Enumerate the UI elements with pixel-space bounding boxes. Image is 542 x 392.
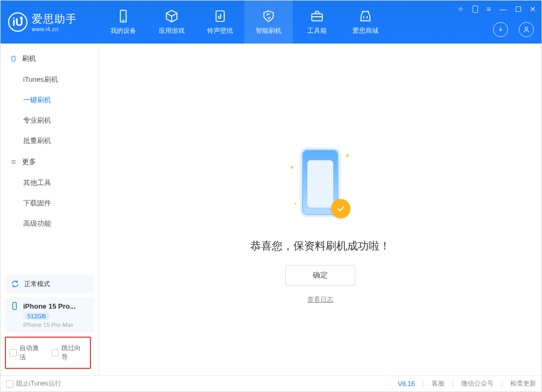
device-name: iPhone 15 Pro...	[23, 302, 76, 310]
user-controls	[493, 22, 534, 37]
sidebar-item-download[interactable]: 下载固件	[1, 193, 98, 213]
tab-label: 爱思商城	[353, 26, 378, 35]
wechat-link[interactable]: 微信公众号	[461, 379, 494, 388]
sidebar-item-other[interactable]: 其他工具	[1, 173, 98, 193]
sidebar-group-flash[interactable]: 刷机	[1, 48, 98, 69]
ok-button[interactable]: 确定	[285, 265, 355, 286]
download-icon	[497, 26, 504, 33]
menu-icon[interactable]: ≡	[487, 5, 491, 13]
main-content: ✦ ✦ ✦ 恭喜您，保资料刷机成功啦！ 确定 查看日志	[99, 44, 541, 375]
briefcase-icon	[310, 9, 324, 23]
feedback-icon[interactable]: ✧	[457, 5, 464, 13]
sidebar-item-batch[interactable]: 批量刷机	[1, 131, 98, 151]
status-bar: 阻止iTunes运行 V8.16 | 客服 | 微信公众号 | 检查更新	[1, 375, 541, 391]
sidebar-group-more[interactable]: 更多	[1, 151, 98, 173]
checkbox-block-itunes[interactable]	[6, 380, 13, 388]
app-header: iU 爱思助手 www.i4.cn 我的设备 应用游戏 铃声壁纸 智能刷机 工具…	[1, 1, 541, 44]
tab-apps-games[interactable]: 应用游戏	[147, 1, 196, 44]
shop-icon	[358, 9, 372, 23]
maximize-icon[interactable]	[516, 6, 521, 12]
tab-label: 智能刷机	[256, 26, 281, 35]
logo-icon: iU	[8, 12, 27, 32]
tab-store[interactable]: 爱思商城	[341, 1, 390, 44]
body-area: 刷机 iTunes刷机 一键刷机 专业刷机 批量刷机 更多 其他工具 下载固件 …	[1, 44, 541, 375]
success-illustration: ✦ ✦ ✦	[288, 147, 353, 223]
tab-smart-flash[interactable]: 智能刷机	[244, 1, 293, 44]
refresh-icon	[10, 279, 20, 289]
phone-icon	[10, 302, 19, 310]
device-model: iPhone 15 Pro Max	[23, 322, 74, 328]
sidebar-nav: 刷机 iTunes刷机 一键刷机 专业刷机 批量刷机 更多 其他工具 下载固件 …	[1, 44, 98, 270]
app-title: 爱思助手	[32, 12, 77, 26]
tab-label: 铃声壁纸	[207, 26, 233, 35]
music-icon	[213, 9, 227, 23]
group-title: 刷机	[22, 54, 36, 63]
device-card[interactable]: iPhone 15 Pro... 512GB iPhone 15 Pro Max	[5, 297, 94, 332]
flash-device-icon	[10, 55, 17, 62]
minimize-icon[interactable]: —	[499, 5, 507, 13]
device-icon	[116, 9, 130, 23]
checkbox-skip-guide[interactable]	[52, 349, 59, 357]
account-button[interactable]	[519, 22, 534, 37]
main-tabs: 我的设备 应用游戏 铃声壁纸 智能刷机 工具箱 爱思商城	[99, 1, 390, 44]
svg-rect-9	[13, 302, 17, 309]
tab-my-device[interactable]: 我的设备	[99, 1, 147, 44]
svg-rect-2	[216, 11, 224, 22]
check-update-link[interactable]: 检查更新	[510, 379, 536, 388]
svg-point-4	[525, 27, 528, 30]
sidebar: 刷机 iTunes刷机 一键刷机 专业刷机 批量刷机 更多 其他工具 下载固件 …	[1, 44, 99, 375]
mode-card[interactable]: 正常模式	[5, 275, 94, 293]
svg-rect-3	[312, 13, 322, 20]
version-label: V8.16	[398, 380, 414, 388]
capacity-badge: 512GB	[23, 312, 50, 320]
sidebar-item-oneclick[interactable]: 一键刷机	[1, 90, 98, 110]
check-icon	[331, 199, 350, 218]
sidebar-item-pro[interactable]: 专业刷机	[1, 110, 98, 131]
sidebar-item-advanced[interactable]: 高级功能	[1, 213, 98, 234]
sidebar-item-itunes[interactable]: iTunes刷机	[1, 69, 98, 90]
window-controls: ✧ ≡ — ✕	[457, 5, 536, 13]
tab-label: 我的设备	[110, 26, 136, 35]
option-skip-guide-label: 跳过向导	[61, 344, 87, 362]
tab-label: 工具箱	[307, 26, 327, 35]
mode-label: 正常模式	[24, 280, 50, 289]
cube-icon	[165, 9, 179, 23]
close-icon[interactable]: ✕	[530, 5, 536, 13]
user-icon	[523, 26, 530, 33]
success-message: 恭喜您，保资料刷机成功啦！	[250, 239, 390, 253]
sidebar-bottom: 正常模式 iPhone 15 Pro... 512GB iPhone 15 Pr…	[1, 270, 98, 375]
block-itunes-label: 阻止iTunes运行	[16, 379, 61, 388]
group-title: 更多	[22, 157, 36, 167]
phone-small-icon[interactable]	[473, 5, 478, 13]
tab-ringtone-wallpaper[interactable]: 铃声壁纸	[196, 1, 244, 44]
svg-rect-5	[12, 56, 15, 61]
view-log-link[interactable]: 查看日志	[307, 295, 333, 304]
refresh-shield-icon	[262, 9, 276, 23]
more-icon	[10, 159, 17, 165]
download-button[interactable]	[493, 22, 508, 37]
logo-block: iU 爱思助手 www.i4.cn	[1, 12, 99, 32]
options-highlighted-block: 自动激活 跳过向导	[5, 337, 91, 369]
app-subtitle: www.i4.cn	[32, 26, 77, 32]
tab-label: 应用游戏	[159, 26, 185, 35]
tab-toolbox[interactable]: 工具箱	[293, 1, 341, 44]
option-auto-activate-label: 自动激活	[19, 344, 45, 362]
checkbox-auto-activate[interactable]	[9, 349, 17, 357]
support-link[interactable]: 客服	[432, 379, 445, 388]
